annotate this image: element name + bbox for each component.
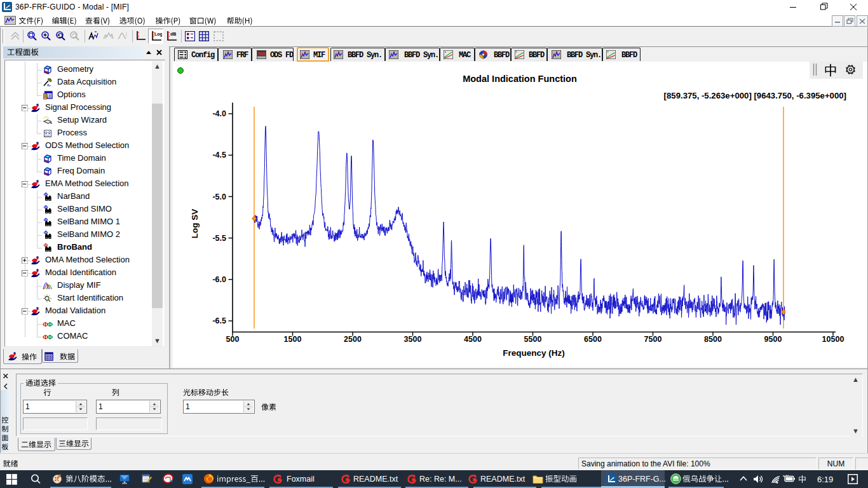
svg-text:Frequency (Hz): Frequency (Hz) [503, 348, 565, 358]
svg-text:4500: 4500 [464, 335, 482, 344]
svg-text:Modal Indication Function: Modal Indication Function [463, 74, 577, 84]
svg-text:dB: dB [170, 32, 176, 36]
svg-text:2500: 2500 [344, 335, 362, 344]
svg-text:1500: 1500 [284, 335, 302, 344]
svg-text:-6.0: -6.0 [212, 275, 226, 284]
svg-text:500: 500 [226, 335, 240, 344]
svg-text:3500: 3500 [404, 335, 422, 344]
svg-text:7500: 7500 [644, 335, 662, 344]
svg-text:Log SV: Log SV [190, 209, 200, 239]
svg-text:5500: 5500 [524, 335, 542, 344]
svg-text:Log: Log [154, 32, 162, 37]
svg-text:10500: 10500 [822, 335, 844, 344]
svg-text:8500: 8500 [704, 335, 722, 344]
svg-text:-6.5: -6.5 [212, 316, 226, 325]
svg-text:-4.5: -4.5 [212, 151, 226, 159]
svg-text:[859.375, -5.263e+000] [9643.7: [859.375, -5.263e+000] [9643.750, -6.395… [664, 91, 846, 100]
svg-text:-4.0: -4.0 [212, 109, 226, 118]
svg-text:-5.5: -5.5 [212, 234, 226, 243]
svg-text:9500: 9500 [764, 335, 782, 344]
svg-text:-5.0: -5.0 [212, 193, 226, 201]
svg-text:6500: 6500 [584, 335, 602, 344]
